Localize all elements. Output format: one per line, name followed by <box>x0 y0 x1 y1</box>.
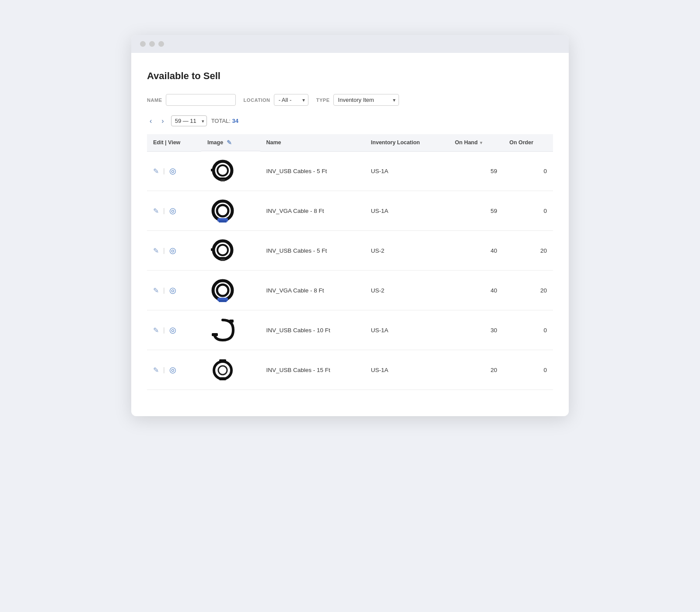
col-edit-view: Edit | View <box>147 134 201 151</box>
svg-rect-23 <box>219 359 226 362</box>
name-cell-4: INV_USB Cables - 10 Ft <box>260 310 365 350</box>
inventory-table: Edit | View Image ✎ Name Inventory Locat… <box>147 134 553 390</box>
edit-icon-1[interactable]: ✎ <box>153 207 159 215</box>
location-filter-select[interactable]: - All - US-1A US-2 <box>274 94 308 106</box>
filter-group-name: NAME <box>147 94 236 106</box>
location-cell-4: US-1A <box>365 310 449 350</box>
svg-point-0 <box>214 161 232 180</box>
svg-rect-13 <box>211 248 215 251</box>
type-filter-label: TYPE <box>316 97 330 103</box>
image-cell-5 <box>201 350 260 390</box>
image-cell-2 <box>201 231 260 271</box>
on-hand-cell-2: 40 <box>449 231 503 271</box>
view-icon-1[interactable]: ◎ <box>169 206 176 216</box>
svg-rect-18 <box>212 333 218 336</box>
table-row: ✎ | ◎ INV_USB Cables - 10 Ft US-1A 30 0 <box>147 310 553 350</box>
image-cell-0 <box>201 151 260 191</box>
view-icon-0[interactable]: ◎ <box>169 166 176 176</box>
action-cell-3: ✎ | ◎ <box>147 271 201 310</box>
page-content: Available to Sell NAME LOCATION - All - … <box>131 53 569 416</box>
on-order-cell-5: 0 <box>503 350 553 390</box>
svg-rect-3 <box>220 179 225 181</box>
action-cell-4: ✎ | ◎ <box>147 310 201 350</box>
view-icon-3[interactable]: ◎ <box>169 285 176 295</box>
name-cell-5: INV_USB Cables - 15 Ft <box>260 350 365 390</box>
edit-icon-5[interactable]: ✎ <box>153 366 159 374</box>
on-hand-cell-3: 40 <box>449 271 503 310</box>
svg-point-15 <box>217 285 228 296</box>
image-edit-icon[interactable]: ✎ <box>227 139 232 146</box>
name-cell-1: INV_VGA Cable - 8 Ft <box>260 191 365 231</box>
type-filter-select[interactable]: Inventory Item Service Non-Inventory <box>333 94 399 106</box>
col-name: Name <box>260 134 365 151</box>
svg-point-20 <box>214 362 231 379</box>
view-icon-5[interactable]: ◎ <box>169 365 176 375</box>
on-hand-cell-0: 59 <box>449 151 503 191</box>
col-image: Image ✎ <box>201 134 260 151</box>
page-range-wrapper: 59 — 11 <box>171 115 207 126</box>
svg-rect-22 <box>219 377 226 380</box>
cable-image-4 <box>207 315 238 345</box>
action-cell-5: ✎ | ◎ <box>147 350 201 390</box>
location-cell-0: US-1A <box>365 151 449 191</box>
edit-icon-2[interactable]: ✎ <box>153 247 159 255</box>
table-header: Edit | View Image ✎ Name Inventory Locat… <box>147 134 553 151</box>
prev-page-button[interactable]: ‹ <box>147 116 154 126</box>
image-cell-1 <box>201 191 260 231</box>
action-cell-1: ✎ | ◎ <box>147 191 201 231</box>
edit-icon-0[interactable]: ✎ <box>153 167 159 175</box>
on-order-cell-2: 20 <box>503 231 553 271</box>
image-cell-4 <box>201 310 260 350</box>
on-order-cell-0: 0 <box>503 151 553 191</box>
location-cell-5: US-1A <box>365 350 449 390</box>
total-label: TOTAL: 34 <box>211 118 238 124</box>
window-dot-1 <box>140 41 146 47</box>
image-cell-3 <box>201 271 260 310</box>
cable-image-3 <box>207 275 238 306</box>
page-title: Available to Sell <box>147 70 553 82</box>
on-order-cell-4: 0 <box>503 310 553 350</box>
table-body: ✎ | ◎ INV_USB Cables - 5 Ft US-1A 59 0 <box>147 151 553 390</box>
on-hand-cell-1: 59 <box>449 191 503 231</box>
svg-rect-19 <box>229 320 234 323</box>
svg-point-10 <box>217 245 228 255</box>
action-cell-2: ✎ | ◎ <box>147 231 201 271</box>
svg-rect-8 <box>219 220 227 223</box>
svg-point-9 <box>214 241 232 259</box>
col-on-hand[interactable]: On Hand ▾ <box>449 134 503 151</box>
svg-point-6 <box>217 205 228 216</box>
name-filter-label: NAME <box>147 97 162 103</box>
table-row: ✎ | ◎ INV_USB Cables - 15 Ft US-1A 20 0 <box>147 350 553 390</box>
name-cell-2: INV_USB Cables - 5 Ft <box>260 231 365 271</box>
view-icon-2[interactable]: ◎ <box>169 246 176 255</box>
cable-image-0 <box>207 156 238 186</box>
svg-rect-17 <box>219 300 227 302</box>
edit-icon-4[interactable]: ✎ <box>153 326 159 334</box>
type-select-wrapper: Inventory Item Service Non-Inventory <box>333 94 399 106</box>
svg-point-21 <box>218 366 227 375</box>
cable-image-5 <box>207 355 238 385</box>
on-hand-sort-icon: ▾ <box>480 140 482 145</box>
table-header-row: Edit | View Image ✎ Name Inventory Locat… <box>147 134 553 151</box>
total-count: 34 <box>232 118 238 124</box>
svg-point-1 <box>217 165 228 176</box>
table-row: ✎ | ◎ INV_USB Cables - 5 Ft US-1A 59 0 <box>147 151 553 191</box>
view-icon-4[interactable]: ◎ <box>169 325 176 335</box>
table-row: ✎ | ◎ INV_USB Cables - 5 Ft US-2 40 20 <box>147 231 553 271</box>
on-order-cell-3: 20 <box>503 271 553 310</box>
name-filter-input[interactable] <box>166 94 236 106</box>
window-dot-3 <box>158 41 164 47</box>
location-filter-label: LOCATION <box>244 97 270 103</box>
next-page-button[interactable]: › <box>159 116 166 126</box>
filter-group-location: LOCATION - All - US-1A US-2 <box>244 94 308 106</box>
page-range-select[interactable]: 59 — 11 <box>171 115 207 126</box>
name-cell-3: INV_VGA Cable - 8 Ft <box>260 271 365 310</box>
name-cell-0: INV_USB Cables - 5 Ft <box>260 151 365 191</box>
col-inventory-location: Inventory Location <box>365 134 449 151</box>
browser-window: Available to Sell NAME LOCATION - All - … <box>131 35 569 416</box>
edit-icon-3[interactable]: ✎ <box>153 286 159 295</box>
on-order-cell-1: 0 <box>503 191 553 231</box>
table-row: ✎ | ◎ INV_VGA Cable - 8 Ft US-2 40 20 <box>147 271 553 310</box>
location-cell-1: US-1A <box>365 191 449 231</box>
window-dot-2 <box>149 41 155 47</box>
